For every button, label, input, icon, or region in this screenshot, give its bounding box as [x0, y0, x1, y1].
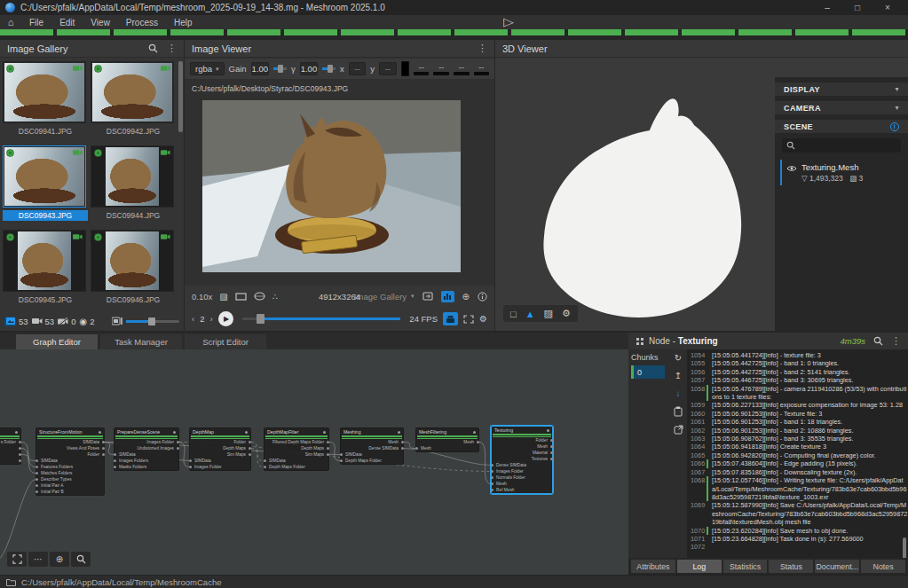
window-title: C:/Users/pfalk/AppData/Local/Temp/meshro…: [20, 3, 385, 12]
gamma-slider[interactable]: [322, 67, 336, 70]
node-tab-notes[interactable]: Notes: [861, 560, 905, 573]
alpha-background-icon[interactable]: ▨: [219, 292, 227, 302]
minimize-button[interactable]: –: [812, 0, 842, 15]
graph-node-DepthMap[interactable]: DepthMapFolderDepth MapsSim MapsSfMDataI…: [189, 427, 251, 471]
graph-canvas[interactable]: s FolderStructureFromMotionSfMDataViews …: [0, 349, 628, 575]
thumbnail-DSC09941.JPG[interactable]: DSC09941.JPG: [3, 61, 88, 145]
cache-toggle-icon[interactable]: [443, 312, 458, 325]
thumbnail-DSC09946.JPG[interactable]: DSC09946.JPG: [91, 230, 176, 313]
scene-media-item[interactable]: Texturing.Mesh ▽ 1,493,323 ▨ 3: [780, 160, 904, 185]
home-icon[interactable]: ⌂: [0, 15, 21, 29]
visibility-eye-icon[interactable]: [786, 165, 797, 172]
menu-file[interactable]: File: [21, 15, 51, 29]
viewer2d-menu-icon[interactable]: ⋮: [478, 43, 487, 54]
graph-node-Texturing[interactable]: TexturingFolderMeshMaterialTexturesDense…: [491, 426, 553, 494]
viewer3d-canvas[interactable]: □ ▲ ▨ ⚙ DISPLAY ▾ CAMERA ▾ SCENE i: [495, 59, 908, 331]
menu-process[interactable]: Process: [118, 15, 166, 29]
menu-view[interactable]: View: [83, 15, 118, 29]
node-tab-status[interactable]: Status: [769, 560, 813, 573]
prev-frame-icon[interactable]: ‹: [192, 314, 194, 324]
group-icon[interactable]: ◉: [79, 317, 87, 326]
gamma-input[interactable]: 1.00: [300, 62, 319, 75]
viewer2d-timeline-row: ‹ 2 › ▶ 24 FPS ⚙: [185, 307, 494, 331]
info-icon[interactable]: [478, 292, 487, 302]
x-coord-field[interactable]: --: [349, 62, 367, 75]
log-line-1063: 1063[15:05:06.908762][info] - band 3: 35…: [687, 435, 908, 443]
section-camera[interactable]: CAMERA ▾: [775, 101, 908, 114]
gallery-scrollbar[interactable]: [178, 61, 183, 132]
frame-number[interactable]: 2: [200, 314, 204, 324]
next-frame-icon[interactable]: ›: [209, 314, 212, 324]
maximize-button[interactable]: □: [842, 0, 872, 15]
node-tab-log[interactable]: Log: [677, 560, 722, 573]
histogram-icon[interactable]: [441, 291, 454, 302]
thumb-size-slider[interactable]: [126, 320, 179, 323]
viewer-settings-gear-icon[interactable]: ⚙: [479, 314, 487, 324]
section-scene[interactable]: SCENE i: [775, 120, 908, 133]
node-tab-document-[interactable]: Document...: [815, 560, 859, 573]
scene-search-input[interactable]: [782, 138, 901, 153]
features-icon[interactable]: ∴: [272, 292, 278, 302]
lens-distortion-icon[interactable]: [254, 292, 265, 301]
gain-input[interactable]: 1.00: [251, 62, 270, 75]
graph-node-Meshing[interactable]: MeshingMeshDense SfMDataSfMDataDepth Map…: [340, 427, 404, 465]
thumbnail-DSC09943.JPG[interactable]: DSC09943.JPG: [3, 145, 88, 229]
open-external-icon[interactable]: [674, 425, 683, 435]
graph-node-StructureFromMotion[interactable]: StructureFromMotionSfMDataViews And Pose…: [36, 427, 105, 496]
channel-select[interactable]: rgba▾: [190, 62, 225, 75]
menu-edit[interactable]: Edit: [51, 15, 83, 29]
scroll-top-icon[interactable]: ↥: [675, 371, 682, 380]
cache-path[interactable]: C:/Users/pfalk/AppData/Local/Temp/Meshro…: [21, 577, 221, 587]
node-panel-menu-icon[interactable]: ⋮: [891, 335, 901, 347]
tab-script-editor[interactable]: Script Editor: [185, 334, 266, 349]
close-button[interactable]: ×: [872, 0, 903, 15]
viewer3d-settings-gear-icon[interactable]: ⚙: [562, 308, 571, 319]
gallery-menu-icon[interactable]: ⋮: [167, 43, 177, 54]
solid-shading-icon[interactable]: ▲: [525, 309, 535, 319]
section-display[interactable]: DISPLAY ▾: [775, 82, 908, 96]
graph-node-PrepareDenseScene[interactable]: PrepareDenseSceneImages FolderUndistorte…: [114, 427, 179, 471]
search-icon[interactable]: [148, 43, 158, 53]
copy-icon[interactable]: [674, 406, 683, 417]
graph-node-clipped[interactable]: s Folder: [0, 427, 21, 465]
tab-graph-editor[interactable]: Graph Editor: [16, 334, 98, 349]
textured-shading-icon[interactable]: ▨: [544, 308, 553, 319]
crop-icon[interactable]: [235, 293, 247, 301]
photos-icon[interactable]: [4, 317, 16, 326]
graph-node-DepthMapFilter[interactable]: DepthMapFilterFiltered Depth Maps Folder…: [264, 427, 329, 471]
y-coord-field[interactable]: --: [379, 62, 397, 75]
graph-globe-icon[interactable]: ⊕: [50, 552, 69, 567]
more-options-icon[interactable]: ⋯: [28, 552, 48, 567]
thumbnail-DSC09944.JPG[interactable]: DSC09944.JPG: [91, 145, 176, 229]
viewer2d-canvas[interactable]: C:/Users/pfalk/Desktop/Styrac/DSC09943.J…: [185, 79, 494, 286]
gain-slider[interactable]: [273, 67, 287, 70]
submit-arrow-icon[interactable]: ▷: [503, 15, 514, 28]
play-button[interactable]: ▶: [218, 311, 233, 326]
cameras-icon[interactable]: [32, 318, 43, 325]
timeline-slider[interactable]: [242, 318, 401, 320]
fit-graph-icon[interactable]: [7, 552, 27, 567]
log-line-1064: 1064[15:05:06.941818][info] Create textu…: [687, 443, 908, 451]
fit-view-icon[interactable]: [463, 315, 474, 324]
graph-node-MeshFiltering[interactable]: MeshFilteringMeshMesh: [415, 427, 479, 452]
node-tab-statistics[interactable]: Statistics: [723, 560, 768, 573]
refresh-icon[interactable]: ↻: [675, 353, 682, 363]
scene-info-icon[interactable]: i: [890, 122, 899, 131]
graph-search-icon[interactable]: [71, 552, 91, 567]
tab-task-manager[interactable]: Task Manager: [100, 334, 182, 349]
globe-icon[interactable]: ⊕: [462, 292, 470, 302]
log-search-icon[interactable]: [873, 336, 883, 346]
auto-scroll-icon[interactable]: ↓: [676, 388, 681, 398]
log-line-1062: 1062[15:05:06.901253][info] - band 2: 10…: [687, 427, 908, 435]
log-line-1065: 1065[15:05:06.942820][info] - Computing …: [687, 451, 908, 459]
thumbnail-DSC09945.JPG[interactable]: DSC09945.JPG: [3, 230, 88, 313]
chunk-item-0[interactable]: 0: [631, 365, 665, 379]
node-tab-attributes[interactable]: Attributes: [631, 560, 675, 573]
cameras-disabled-icon[interactable]: [58, 318, 68, 325]
log-output[interactable]: 1054[15:05:05.441724][info] - texture fi…: [687, 349, 908, 558]
menu-help[interactable]: Help: [166, 15, 201, 29]
thumbnail-DSC09942.JPG[interactable]: DSC09942.JPG: [91, 61, 176, 145]
source-select[interactable]: Image Gallery ▾: [354, 292, 415, 302]
wireframe-icon[interactable]: □: [510, 309, 517, 319]
output-attribute-icon[interactable]: [422, 292, 433, 301]
